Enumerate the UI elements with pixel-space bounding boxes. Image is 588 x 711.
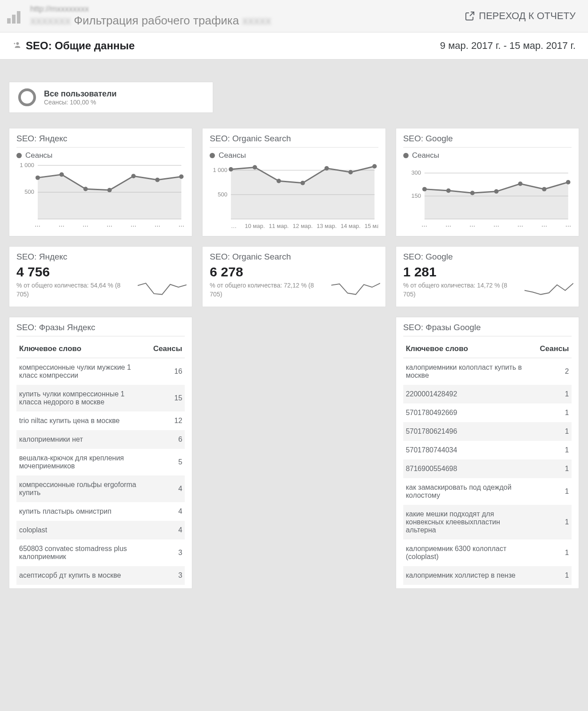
goto-report-link[interactable]: ПЕРЕХОД К ОТЧЕТУ [465,10,576,22]
summary-card-organic: SEO: Organic Search 6 278 % от общего ко… [202,246,385,307]
table-google: SEO: Фразы Google Ключевое слово Сеансы … [396,317,579,589]
svg-point-48 [518,182,522,186]
table-row[interactable]: калоприемники колопласт купить в москве … [403,358,572,385]
cell-keyword: калоприемник холлистер в пензе [403,566,533,585]
chart-title: SEO: Яндекс [16,134,185,148]
svg-point-25 [229,167,233,172]
summary-title: SEO: Яндекс [16,252,185,262]
report-title: SEO: Общие данные [26,40,440,52]
col-sessions: Сеансы [146,340,185,358]
chart-area[interactable]: 150 300 ⋯⋯⋯⋯⋯⋯⋯ [403,162,572,231]
table-row[interactable]: 5701780621496 1 [403,422,572,441]
table-row[interactable]: купить чулки компрессионные 1 класса нед… [16,385,185,411]
table-row[interactable]: 650803 convatec stomadress plus калоприе… [16,539,185,566]
svg-text:⋯: ⋯ [107,223,112,229]
sparkline [524,281,573,297]
summary-subtitle: % от общего количества: 72,12 % (8 705) [210,281,319,299]
svg-text:1 000: 1 000 [20,162,34,168]
svg-point-6 [36,176,40,180]
svg-point-47 [494,189,498,194]
cell-sessions: 3 [146,539,185,566]
table-row[interactable]: асептисорб дт купить в москве 3 [16,566,185,585]
cell-keyword: купить пластырь омнистрип [16,502,146,521]
legend-dot-icon [210,153,215,158]
segment-ring-icon [18,88,36,106]
svg-point-12 [179,174,183,179]
svg-point-11 [155,178,159,182]
legend-label: Сеансы [219,151,246,160]
charts-row: SEO: Яндекс Сеансы 500 1 000 ⋯⋯⋯⋯⋯⋯⋯ SEO… [9,128,579,236]
summary-value: 1 281 [403,264,572,280]
chart-area[interactable]: 500 1 000 ⋯⋯⋯⋯⋯⋯⋯ [16,162,185,231]
summary-row: SEO: Яндекс 4 756 % от общего количества… [9,246,579,307]
cell-keyword: 8716900554698 [403,459,533,478]
cell-keyword: калоприемники колопласт купить в москве [403,358,533,385]
cell-sessions: 1 [533,422,572,441]
add-user-icon[interactable] [12,41,21,51]
table-row[interactable]: компрессионные чулки мужские 1 класс ком… [16,358,185,385]
cell-keyword: вешалка-крючок для крепления мочеприемни… [16,449,146,475]
table-row[interactable]: coloplast 4 [16,521,185,539]
chart-area[interactable]: 500 1 000 …10 мар.11 мар.12 мар.13 мар.1… [210,162,378,231]
svg-text:⋯: ⋯ [469,223,475,229]
svg-point-45 [446,188,450,193]
cell-sessions: 5 [146,449,185,475]
cell-sessions: 1 [533,403,572,422]
cell-sessions: 1 [533,566,572,585]
segment-subtitle: Сеансы: 100,00 % [44,99,117,106]
table-title: SEO: Фразы Яндекс [16,323,185,336]
svg-point-10 [131,174,136,178]
table-row[interactable]: trio niltac купить цена в москве 12 [16,411,185,430]
svg-text:500: 500 [24,189,34,196]
sparkline [331,281,380,297]
chart-card-organic: SEO: Organic Search Сеансы 500 1 000 …10… [202,128,385,236]
table-row[interactable]: калоприемник 6300 колопласт (coloplast) … [403,539,572,566]
svg-point-30 [349,170,353,175]
cell-sessions: 1 [533,385,572,403]
keyword-table: Ключевое слово Сеансы калоприемники коло… [403,340,572,585]
svg-text:150: 150 [411,192,421,199]
date-range[interactable]: 9 мар. 2017 г. - 15 мар. 2017 г. [440,40,576,52]
summary-card-google: SEO: Google 1 281 % от общего количества… [396,246,579,307]
svg-text:⋯: ⋯ [131,223,136,229]
col-keyword: Ключевое слово [16,340,146,358]
table-row[interactable]: как замаскировать под одеждой колостому … [403,478,572,505]
svg-text:12 мар.: 12 мар. [293,223,313,229]
table-row[interactable]: 2200001428492 1 [403,385,572,403]
chart-card-yandex: SEO: Яндекс Сеансы 500 1 000 ⋯⋯⋯⋯⋯⋯⋯ [9,128,192,236]
summary-title: SEO: Organic Search [210,252,378,262]
svg-text:⋯: ⋯ [493,223,499,229]
cell-keyword: 2200001428492 [403,385,533,403]
legend-label: Сеансы [412,151,439,160]
table-row[interactable]: 5701780492669 1 [403,403,572,422]
chart-legend: Сеансы [403,151,572,160]
cell-sessions: 12 [146,411,185,430]
legend-dot-icon [403,153,409,158]
cell-keyword: 5701780621496 [403,422,533,441]
svg-point-26 [253,165,257,170]
cell-keyword: купить чулки компрессионные 1 класса нед… [16,385,146,411]
chart-legend: Сеансы [210,151,378,160]
table-row[interactable]: вешалка-крючок для крепления мочеприемни… [16,449,185,475]
table-row[interactable]: купить пластырь омнистрип 4 [16,502,185,521]
app-header: http://mxxxxxxxx xxxxxxx Фильтрация рабо… [0,0,588,32]
cell-sessions: 1 [533,539,572,566]
table-row[interactable]: какие мешки подходят для конвексных клее… [403,505,572,539]
cell-sessions: 15 [146,385,185,411]
table-row[interactable]: 5701780744034 1 [403,441,572,459]
table-row[interactable]: компрессионные гольфы ergoforma купить 4 [16,475,185,502]
table-row[interactable]: 8716900554698 1 [403,459,572,478]
site-url: http://mxxxxxxxx [30,4,465,14]
svg-text:⋯: ⋯ [179,223,184,229]
segment-card[interactable]: Все пользователи Сеансы: 100,00 % [9,82,213,113]
svg-text:500: 500 [218,191,228,198]
segment-title: Все пользователи [44,89,117,99]
svg-text:1 000: 1 000 [213,167,227,173]
table-row[interactable]: калоприемник холлистер в пензе 1 [403,566,572,585]
svg-point-31 [373,164,377,168]
cell-keyword: какие мешки подходят для конвексных клее… [403,505,533,539]
chart-title: SEO: Organic Search [210,134,378,148]
svg-text:⋯: ⋯ [517,223,523,229]
table-row[interactable]: калоприемники нет 6 [16,430,185,449]
svg-point-44 [422,187,427,192]
